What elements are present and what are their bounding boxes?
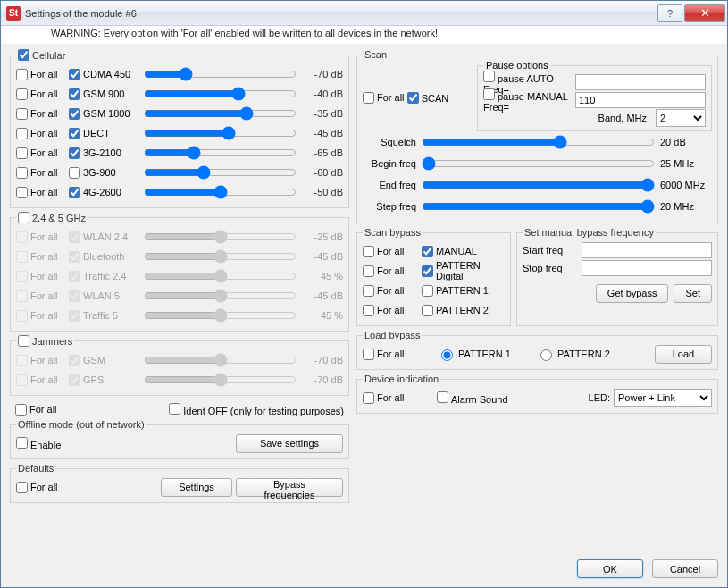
end-label: End freq [363,180,416,190]
ghz-forall-2[interactable]: For all [16,271,65,282]
close-button[interactable]: ✕ [684,4,725,22]
cellular-forall-4[interactable]: For all [16,147,65,159]
scan-bypass-legend: Scan bypass [363,227,423,238]
defaults-bypass-button[interactable]: Bypass frequencies [236,478,343,497]
cellular-slider-3[interactable] [144,125,297,141]
ghz-forall-1[interactable]: For all [16,251,65,263]
help-button[interactable]: ? [657,4,682,22]
jammers-slider-1[interactable] [144,372,297,388]
scanbypass-opt-1[interactable]: PATTERN Digital [422,260,505,281]
jammers-toggle[interactable] [18,335,29,347]
cellular-val-6: -50 dB [300,187,343,197]
load-button[interactable]: Load [655,345,712,364]
led-select[interactable]: Power + Link [614,389,712,407]
cellular-slider-5[interactable] [144,164,297,181]
ghz-enable-2[interactable]: Traffic 2.4 [69,271,140,282]
cellular-forall-5[interactable]: For all [16,167,65,179]
jammers-val-1: -70 dB [300,374,343,385]
loadbypass-forall[interactable]: For all [363,349,412,360]
pause-manual[interactable]: pause MANUAL Freq= [483,88,570,113]
ghz-slider-1[interactable] [144,248,297,265]
cellular-enable-4[interactable]: 3G-2100 [69,147,140,159]
ghz-slider-0[interactable] [144,229,297,245]
cellular-enable-3[interactable]: DECT [69,128,140,139]
pattern2-radio[interactable]: PATTERN 2 [536,347,610,361]
cellular-forall-2[interactable]: For all [16,108,65,120]
jammers-enable-0[interactable]: GSM [69,355,140,366]
set-bypass-button[interactable]: Set [674,284,712,303]
step-slider[interactable] [422,198,655,214]
cellular-legend[interactable]: Cellular [16,49,67,61]
ghz-enable-1[interactable]: Bluetooth [69,251,140,263]
scan-enable[interactable]: SCAN [407,92,449,104]
stop-freq-input[interactable] [582,260,712,276]
cellular-val-4: -65 dB [300,147,343,158]
ghz-legend[interactable]: 2.4 & 5 GHz [16,212,88,223]
jammers-forall-1[interactable]: For all [16,374,65,386]
alarm-sound[interactable]: Alarm Sound [437,391,508,405]
ident-off[interactable]: Ident OFF (only for testing purposes) [169,403,344,416]
scanbypass-forall-3[interactable]: For all [363,305,416,316]
cellular-slider-4[interactable] [144,145,297,161]
scanbypass-opt-0[interactable]: MANUAL [422,246,505,257]
squelch-slider[interactable] [422,134,655,150]
cellular-slider-6[interactable] [144,184,297,200]
scanbypass-row: For all PATTERN 1 [363,281,505,300]
ghz-slider-2[interactable] [144,268,297,284]
cellular-enable-5[interactable]: 3G-900 [69,167,140,179]
cellular-enable-2[interactable]: GSM 1800 [69,108,140,120]
ghz-toggle[interactable] [18,212,29,223]
ghz-enable-3[interactable]: WLAN 5 [69,290,140,302]
ghz-row: For all Traffic 5 45 % [16,306,343,325]
ghz-slider-4[interactable] [144,307,297,323]
scanbypass-forall-2[interactable]: For all [363,285,416,297]
cellular-slider-1[interactable] [144,86,297,102]
device-forall[interactable]: For all [363,392,412,404]
ghz-forall-3[interactable]: For all [16,290,65,302]
cellular-row: For all GSM 900 -40 dB [16,84,343,104]
scanbypass-opt-2[interactable]: PATTERN 1 [422,285,505,297]
ident-forall[interactable]: For all [15,404,64,416]
scan-forall[interactable]: For all [363,92,405,104]
ghz-enable-0[interactable]: WLAN 2.4 [69,231,140,243]
cellular-forall-3[interactable]: For all [16,128,65,139]
ghz-forall-0[interactable]: For all [16,231,65,243]
defaults-settings-button[interactable]: Settings [161,478,232,497]
scanbypass-opt-3[interactable]: PATTERN 2 [422,305,505,316]
cellular-slider-0[interactable] [144,66,297,82]
cellular-val-5: -60 dB [300,167,343,178]
step-label: Step freq [363,201,416,212]
pause-auto-freq[interactable] [575,74,706,90]
cellular-slider-2[interactable] [144,105,297,122]
cellular-forall-0[interactable]: For all [16,69,65,80]
jammers-slider-0[interactable] [144,352,297,368]
cellular-enable-0[interactable]: CDMA 450 [69,69,140,80]
save-settings-button[interactable]: Save settings [236,434,343,453]
offline-enable[interactable]: Enable [16,437,61,450]
jammers-legend[interactable]: Jammers [16,335,74,347]
begin-slider[interactable] [422,155,655,172]
ghz-val-3: -45 dB [300,290,343,301]
jammers-forall-0[interactable]: For all [16,355,65,366]
get-bypass-button[interactable]: Get bypass [596,284,669,303]
pattern1-radio[interactable]: PATTERN 1 [437,347,511,361]
cellular-forall-1[interactable]: For all [16,88,65,100]
ghz-forall-4[interactable]: For all [16,310,65,322]
ghz-slider-3[interactable] [144,288,297,304]
ghz-val-0: -25 dB [300,231,343,242]
start-freq-input[interactable] [582,242,712,258]
cellular-enable-6[interactable]: 4G-2600 [69,187,140,198]
cancel-button[interactable]: Cancel [652,559,718,578]
ghz-enable-4[interactable]: Traffic 5 [69,310,140,322]
cellular-toggle[interactable] [18,49,29,61]
jammers-enable-1[interactable]: GPS [69,374,140,386]
end-slider[interactable] [422,177,655,193]
scanbypass-forall-1[interactable]: For all [363,265,416,277]
pause-manual-freq[interactable] [575,92,706,108]
ok-button[interactable]: OK [577,559,643,578]
cellular-forall-6[interactable]: For all [16,187,65,198]
cellular-enable-1[interactable]: GSM 900 [69,88,140,100]
band-select[interactable]: 2 [656,109,706,127]
scanbypass-forall-0[interactable]: For all [363,246,416,257]
defaults-forall[interactable]: For all [16,482,65,493]
